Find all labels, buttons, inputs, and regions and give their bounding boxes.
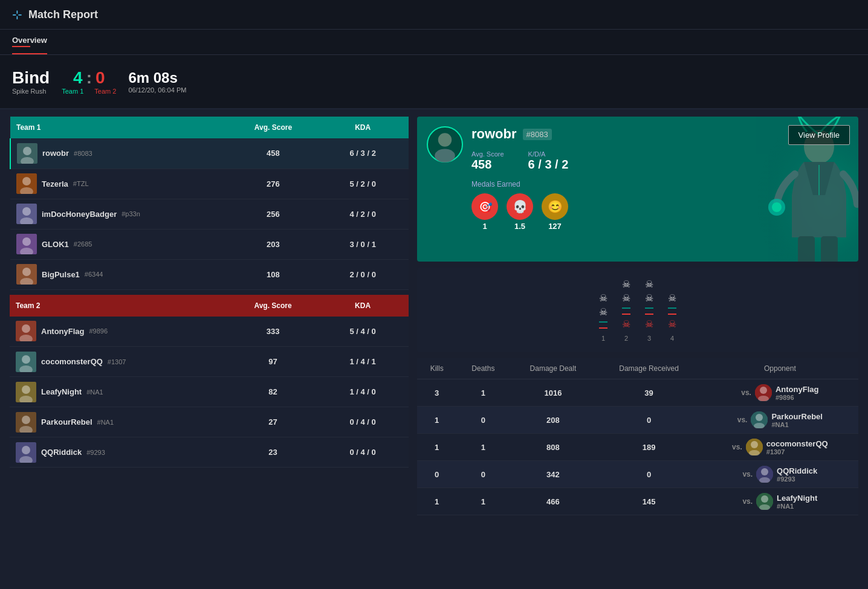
round-divider-bottom bbox=[599, 327, 607, 329]
skull-team1: ☠ bbox=[645, 292, 653, 304]
tab-navigation: Overview bbox=[0, 30, 868, 55]
team1-player-row[interactable]: imDocHoneyBadger #p33n 256 4 / 2 / 0 bbox=[10, 199, 409, 229]
header-kills: Kills bbox=[417, 358, 456, 379]
stat-opponent: vs. AntonyFlag #9896 bbox=[702, 379, 858, 407]
team2-player-row[interactable]: AntonyFlag #9896 333 5 / 4 / 0 bbox=[10, 317, 409, 347]
view-profile-button[interactable]: View Profile bbox=[788, 125, 850, 145]
stat-opponent: vs. ParkourRebel #NA1 bbox=[702, 407, 858, 434]
medal-icon: 😊 bbox=[542, 193, 568, 220]
skull-team2: ☠ bbox=[668, 318, 676, 330]
stats-row: 3 1 1016 39 vs. AntonyFlag #9896 bbox=[417, 379, 858, 407]
medal-item: 🎯 1 bbox=[471, 193, 498, 231]
team1-label: Team 1 bbox=[10, 117, 229, 138]
opponent-name-tag: ParkourRebel #NA1 bbox=[771, 412, 823, 428]
opponent-avatar bbox=[746, 439, 763, 455]
team1-player-row[interactable]: Tezerla #TZL 276 5 / 2 / 0 bbox=[10, 169, 409, 199]
opponent-tag: #9293 bbox=[777, 475, 795, 483]
opponent-name: ParkourRebel bbox=[771, 412, 823, 421]
profile-avgscore-block: Avg. Score 458 bbox=[471, 150, 504, 172]
team1-player-row[interactable]: rowobr #8083 458 6 / 3 / 2 bbox=[10, 138, 409, 169]
round-divider-top bbox=[645, 307, 653, 309]
round-divider-top bbox=[622, 307, 630, 309]
vs-text: vs. bbox=[737, 416, 748, 424]
stat-kills: 1 bbox=[417, 488, 456, 515]
profile-avatar bbox=[427, 126, 463, 163]
skull-team1: ☠ bbox=[599, 292, 607, 304]
team2-header-row: Team 2 Avg. Score KDA bbox=[10, 295, 409, 317]
match-score: 4 : 0 bbox=[73, 68, 105, 88]
medal-value: 1.5 bbox=[514, 222, 525, 231]
team2-player-row[interactable]: ParkourRebel #NA1 27 0 / 4 / 0 bbox=[10, 407, 409, 437]
opponent-avatar bbox=[756, 466, 773, 483]
stat-damage-received: 0 bbox=[596, 407, 701, 434]
medal-item: 😊 127 bbox=[542, 193, 568, 231]
opponent-name: LeafyNight bbox=[777, 494, 817, 503]
team1-avgscore-header: Avg. Score bbox=[229, 117, 317, 138]
team1-table: Team 1 Avg. Score KDA bbox=[10, 117, 409, 290]
svg-point-38 bbox=[435, 149, 455, 162]
stat-damage-dealt: 808 bbox=[510, 434, 596, 461]
profile-kda-label: K/D/A bbox=[528, 150, 569, 158]
vs-text: vs. bbox=[741, 388, 751, 397]
svg-point-4 bbox=[22, 177, 31, 185]
team2-kda-header: KDA bbox=[317, 295, 409, 317]
opponent-name-tag: LeafyNight #NA1 bbox=[777, 494, 817, 510]
profile-kda-block: K/D/A 6 / 3 / 2 bbox=[528, 150, 569, 172]
stats-row: 1 0 208 0 vs. ParkourRebel #NA1 bbox=[417, 407, 858, 434]
medal-item: 💀 1.5 bbox=[507, 193, 533, 231]
opponent-name: cocomonsterQQ bbox=[766, 439, 828, 448]
round-divider-bottom bbox=[645, 314, 653, 315]
round-number: 3 bbox=[647, 335, 651, 342]
profile-avgscore-label: Avg. Score bbox=[471, 150, 504, 158]
stat-damage-received: 189 bbox=[596, 434, 701, 461]
match-map: Bind bbox=[12, 68, 50, 88]
team2-player-row[interactable]: QQRiddick #9293 23 0 / 4 / 0 bbox=[10, 437, 409, 468]
stat-damage-received: 145 bbox=[596, 488, 701, 515]
medal-value: 1 bbox=[482, 222, 487, 231]
skull-team2: ☠ bbox=[622, 318, 630, 330]
medal-icon: 💀 bbox=[507, 193, 533, 220]
svg-point-40 bbox=[760, 387, 767, 394]
vs-text: vs. bbox=[742, 497, 753, 506]
stat-deaths: 1 bbox=[456, 434, 510, 461]
header-opponent: Opponent bbox=[702, 358, 858, 379]
stat-deaths: 1 bbox=[456, 379, 510, 407]
stat-damage-received: 39 bbox=[596, 379, 701, 407]
team1-player-row[interactable]: GLOK1 #2685 203 3 / 0 / 1 bbox=[10, 229, 409, 259]
round-number: 4 bbox=[670, 335, 674, 342]
round-number: 2 bbox=[624, 335, 628, 342]
match-date: 06/12/20, 06:04 PM bbox=[128, 86, 186, 94]
team2-player-row[interactable]: cocomonsterQQ #1307 97 1 / 4 / 1 bbox=[10, 347, 409, 377]
stat-damage-dealt: 208 bbox=[510, 407, 596, 434]
round-number: 1 bbox=[601, 335, 605, 342]
skull-team1: ☠ bbox=[599, 306, 607, 318]
svg-point-10 bbox=[22, 237, 31, 246]
opponent-avatar bbox=[751, 411, 768, 428]
medals-row: 🎯 1 💀 1.5 😊 127 bbox=[471, 193, 849, 231]
round-column: ☠☠☠2 bbox=[622, 278, 630, 342]
team1-player-row[interactable]: BigPulse1 #6344 108 2 / 0 / 0 bbox=[10, 259, 409, 289]
round-divider-top bbox=[599, 321, 607, 323]
match-time-block: 6m 08s 06/12/20, 06:04 PM bbox=[128, 69, 186, 94]
round-divider-bottom bbox=[622, 314, 630, 315]
skull-team1: ☠ bbox=[622, 292, 630, 304]
header-damage-received: Damage Received bbox=[596, 358, 701, 379]
team2-player-row[interactable]: LeafyNight #NA1 82 1 / 4 / 0 bbox=[10, 377, 409, 407]
score-labels: Team 1 Team 2 bbox=[62, 88, 116, 95]
skull-team1: ☠ bbox=[668, 292, 676, 304]
opponent-name: AntonyFlag bbox=[776, 385, 819, 394]
round-column: ☠☠1 bbox=[599, 292, 607, 342]
tab-overview[interactable]: Overview bbox=[12, 30, 47, 54]
stats-row: 1 1 808 189 vs. cocomonsterQQ #1307 bbox=[417, 434, 858, 461]
vs-text: vs. bbox=[732, 443, 742, 451]
match-duration: 6m 08s bbox=[128, 69, 186, 86]
opponent-tag: #NA1 bbox=[771, 421, 788, 428]
stat-opponent: vs. QQRiddick #9293 bbox=[702, 461, 858, 488]
opponent-tag: #1307 bbox=[766, 448, 785, 455]
svg-point-25 bbox=[22, 416, 30, 424]
stat-deaths: 1 bbox=[456, 488, 510, 515]
svg-point-49 bbox=[761, 468, 768, 475]
app-title: Match Report bbox=[28, 8, 98, 21]
stat-opponent: vs. cocomonsterQQ #1307 bbox=[702, 434, 858, 461]
score-team2: 0 bbox=[96, 68, 105, 88]
